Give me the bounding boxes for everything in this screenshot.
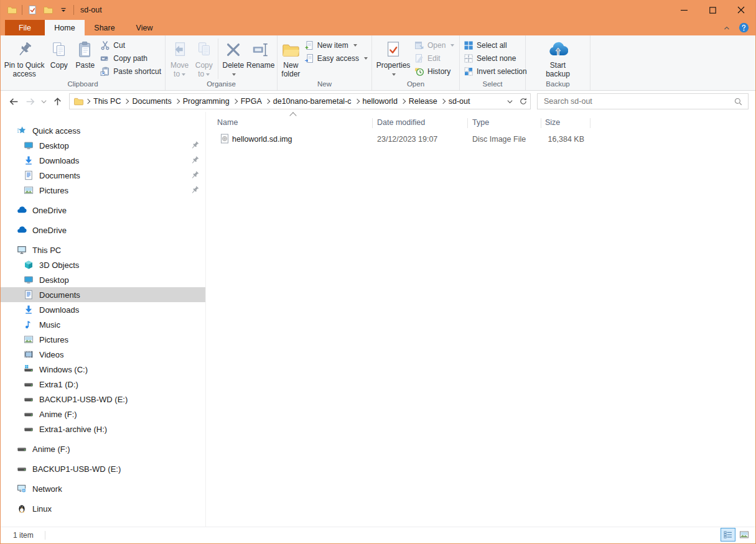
paste-button[interactable]: Paste [72, 37, 98, 70]
search-box[interactable] [537, 93, 749, 109]
sidebar-item-anime-f[interactable]: Anime (F:) [1, 407, 205, 422]
address-dropdown-icon[interactable] [503, 94, 516, 109]
sidebar-item-label: OneDrive [32, 226, 67, 235]
breadcrumb-fpga[interactable]: FPGA [238, 97, 264, 106]
breadcrumb-documents[interactable]: Documents [129, 97, 174, 106]
address-bar[interactable]: This PC Documents Programming FPGA de10n… [69, 93, 531, 109]
sidebar-item-downloads[interactable]: Downloads [1, 302, 205, 317]
maximize-button[interactable] [698, 0, 727, 20]
sidebar-item-desktop[interactable]: Desktop [1, 138, 205, 153]
breadcrumb-programming[interactable]: Programming [180, 97, 232, 106]
tab-home[interactable]: Home [45, 20, 85, 35]
sidebar-item-backup1-usb-wd-e[interactable]: BACKUP1-USB-WD (E:) [1, 392, 205, 407]
pin-to-quick-access-button[interactable]: Pin to Quick access [2, 37, 46, 78]
sidebar-item-backup1-usb-wd-e[interactable]: BACKUP1-USB-WD (E:) [1, 461, 205, 476]
sidebar-item-desktop[interactable]: Desktop [1, 272, 205, 287]
forward-button[interactable] [22, 93, 38, 109]
button-label: Edit [427, 54, 441, 63]
cut-button[interactable]: Cut [98, 39, 163, 52]
edit-icon [414, 53, 424, 63]
rename-button[interactable]: Rename [246, 37, 275, 70]
sidebar-section-gap [1, 496, 205, 501]
paste-shortcut-button[interactable]: Paste shortcut [98, 65, 163, 78]
new-folder-button[interactable]: New folder [279, 37, 302, 78]
sidebar-item-quick-access[interactable]: Quick access [1, 123, 205, 138]
search-input[interactable] [543, 96, 734, 106]
new-item-button[interactable]: New item [302, 39, 370, 52]
sidebar-item-onedrive[interactable]: OneDrive [1, 203, 205, 218]
select-none-button[interactable]: Select none [462, 52, 529, 65]
objects-3d-icon [24, 260, 34, 270]
sidebar-item-this-pc[interactable]: This PC [1, 242, 205, 257]
sidebar-item-linux[interactable]: Linux [1, 501, 205, 516]
delete-button[interactable]: Delete [220, 37, 246, 78]
file-list-area[interactable]: Name Date modified Type Size helloworld.… [206, 112, 755, 527]
help-icon[interactable] [739, 22, 749, 33]
column-header-name[interactable]: Name [217, 116, 366, 129]
sidebar-item-network[interactable]: Network [1, 481, 205, 496]
tab-share[interactable]: Share [85, 20, 124, 35]
sidebar-item-pictures[interactable]: Pictures [1, 332, 205, 347]
breadcrumb-de10nano-baremetal-c[interactable]: de10nano-baremetal-c [271, 97, 354, 106]
recent-locations-icon[interactable] [38, 93, 49, 109]
sidebar-item-videos[interactable]: Videos [1, 347, 205, 362]
column-header-date-modified[interactable]: Date modified [377, 116, 464, 129]
breadcrumb-separator-icon [265, 99, 270, 104]
dropdown-caret-icon [450, 44, 454, 47]
folder-icon[interactable] [6, 4, 17, 16]
column-header-size[interactable]: Size [545, 116, 582, 129]
sidebar-item-downloads[interactable]: Downloads [1, 153, 205, 168]
minimize-button[interactable] [670, 0, 698, 20]
invert-selection-button[interactable]: Invert selection [462, 65, 529, 78]
title-bar: sd-out [1, 0, 755, 20]
sidebar-item-onedrive[interactable]: OneDrive [1, 223, 205, 237]
button-label: Paste shortcut [113, 67, 161, 76]
move-to-button[interactable]: Move to [167, 37, 192, 78]
open-button[interactable]: Open [413, 39, 456, 52]
search-icon[interactable] [734, 97, 743, 106]
sidebar-item-label: Quick access [32, 126, 80, 136]
collapse-ribbon-icon[interactable] [722, 24, 731, 32]
easy-access-button[interactable]: Easy access [302, 52, 370, 65]
large-icons-view-button[interactable] [737, 528, 752, 542]
sidebar-item-documents[interactable]: Documents [1, 287, 205, 302]
sidebar-item-documents[interactable]: Documents [1, 168, 205, 183]
history-button[interactable]: History [413, 65, 456, 78]
refresh-icon[interactable] [516, 94, 530, 109]
close-button[interactable] [727, 0, 755, 20]
new-folder-icon[interactable] [42, 4, 54, 16]
copy-button[interactable]: Copy [46, 37, 72, 70]
edit-button[interactable]: Edit [413, 52, 456, 65]
start-backup-button[interactable]: Start backup [541, 37, 575, 78]
tab-file[interactable]: File [5, 20, 45, 35]
details-view-button[interactable] [721, 528, 735, 542]
button-label: Delete [222, 61, 244, 70]
properties-button[interactable]: Properties [374, 37, 413, 78]
sidebar-item-windows-c[interactable]: Windows (C:) [1, 362, 205, 377]
select-all-button[interactable]: Select all [462, 39, 529, 52]
breadcrumb-this-pc[interactable]: This PC [91, 97, 123, 106]
sidebar-item-extra1-d[interactable]: Extra1 (D:) [1, 377, 205, 392]
sidebar-item-3d-objects[interactable]: 3D Objects [1, 257, 205, 272]
properties-icon[interactable] [27, 4, 38, 16]
customize-toolbar-icon[interactable] [58, 4, 69, 16]
file-row[interactable]: helloworld.sd.img 23/12/2023 19:07 Disc … [206, 132, 755, 146]
breadcrumb-helloworld[interactable]: helloworld [360, 97, 400, 106]
onedrive-icon [17, 205, 27, 215]
copy-path-button[interactable]: Copy path [98, 52, 163, 65]
copy-to-button[interactable]: Copy to [192, 37, 216, 78]
this-pc-icon [17, 245, 27, 255]
breadcrumb-release[interactable]: Release [406, 97, 440, 106]
sidebar-item-anime-f[interactable]: Anime (F:) [1, 441, 205, 456]
column-header-type[interactable]: Type [472, 116, 538, 129]
sidebar-item-pictures[interactable]: Pictures [1, 183, 205, 198]
sidebar-item-extra1-archive-h[interactable]: Extra1-archive (H:) [1, 422, 205, 436]
back-button[interactable] [6, 93, 22, 109]
sidebar-item-music[interactable]: Music [1, 317, 205, 332]
up-button[interactable] [49, 93, 65, 109]
folder-icon [73, 96, 83, 106]
pin-icon [190, 141, 200, 150]
breadcrumb-sd-out[interactable]: sd-out [446, 97, 473, 106]
tab-view[interactable]: View [124, 20, 164, 35]
sidebar-section-gap [1, 218, 205, 223]
